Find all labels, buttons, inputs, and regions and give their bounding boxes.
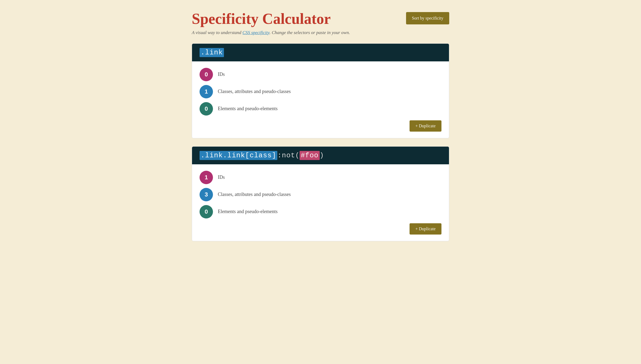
duplicate-button-2[interactable]: + Duplicate [410, 223, 441, 235]
selector-id-highlight-2: #foo [300, 151, 319, 160]
elements-value-1: 0 [205, 105, 208, 112]
elements-badge-2: 0 [200, 205, 213, 218]
elements-row-1: 0 Elements and pseudo-elements [200, 102, 441, 116]
classes-badge-1: 1 [200, 85, 213, 98]
selector-bar-2[interactable]: .link.link[class]:not(#foo) [192, 147, 449, 164]
ids-value-2: 1 [205, 174, 208, 181]
card-footer-1: + Duplicate [192, 118, 449, 138]
ids-row-2: 1 IDs [200, 171, 441, 184]
ids-label-1: IDs [218, 72, 225, 77]
elements-label-2: Elements and pseudo-elements [218, 209, 278, 214]
title-section: Specificity Calculator A visual way to u… [192, 11, 395, 35]
subtitle: A visual way to understand CSS specifici… [192, 30, 395, 35]
selector-plain-2: :not( [277, 151, 300, 159]
ids-badge-1: 0 [200, 68, 213, 81]
page-title: Specificity Calculator [192, 11, 395, 27]
selector-class-highlight-2: .link.link[class] [200, 151, 277, 160]
selector-class-highlight-1: .link [200, 48, 224, 57]
classes-value-2: 3 [205, 191, 208, 198]
elements-value-2: 0 [205, 208, 208, 215]
css-specificity-link[interactable]: CSS specificity [242, 30, 270, 35]
classes-row-1: 1 Classes, attributes and pseudo-classes [200, 85, 441, 98]
specificity-rows-1: 0 IDs 1 Classes, attributes and pseudo-c… [192, 61, 449, 118]
elements-row-2: 0 Elements and pseudo-elements [200, 205, 441, 218]
page-wrapper: Specificity Calculator A visual way to u… [192, 11, 449, 241]
classes-label-1: Classes, attributes and pseudo-classes [218, 89, 291, 94]
subtitle-text: A visual way to understand [192, 30, 242, 35]
specificity-rows-2: 1 IDs 3 Classes, attributes and pseudo-c… [192, 164, 449, 221]
elements-label-1: Elements and pseudo-elements [218, 106, 278, 112]
ids-row-1: 0 IDs [200, 68, 441, 81]
subtitle-suffix: . Change the selectors or paste in your … [270, 30, 350, 35]
card-2: .link.link[class]:not(#foo) 1 IDs 3 Clas… [192, 146, 449, 241]
ids-label-2: IDs [218, 174, 225, 180]
selector-close-2: ) [320, 151, 324, 159]
classes-value-1: 1 [205, 88, 208, 95]
elements-badge-1: 0 [200, 102, 213, 116]
classes-row-2: 3 Classes, attributes and pseudo-classes [200, 188, 441, 201]
duplicate-button-1[interactable]: + Duplicate [410, 120, 441, 132]
selector-bar-1[interactable]: .link [192, 44, 449, 61]
classes-badge-2: 3 [200, 188, 213, 201]
card-footer-2: + Duplicate [192, 221, 449, 241]
ids-badge-2: 1 [200, 171, 213, 184]
classes-label-2: Classes, attributes and pseudo-classes [218, 192, 291, 197]
ids-value-1: 0 [205, 71, 208, 78]
sort-by-specificity-button[interactable]: Sort by specificity [406, 12, 449, 24]
header-area: Specificity Calculator A visual way to u… [192, 11, 449, 35]
card-1: .link 0 IDs 1 Classes, attributes and ps… [192, 43, 449, 138]
